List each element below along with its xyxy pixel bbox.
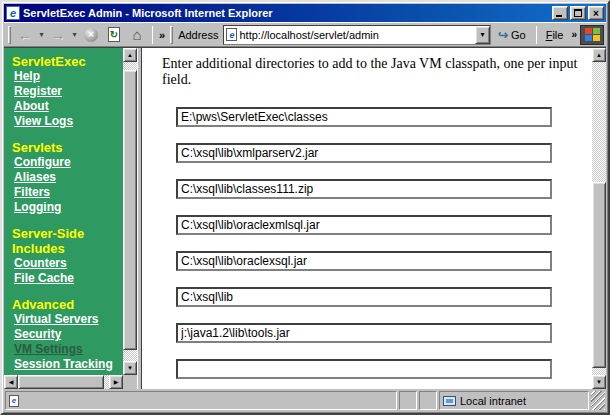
address-bar: e ▾: [223, 25, 490, 45]
window-title: ServletExec Admin - Microsoft Internet E…: [23, 7, 549, 19]
section-title: Servlets: [12, 140, 121, 155]
sidebar-item-virtual-servers[interactable]: Virtual Servers: [14, 312, 121, 327]
classpath-input-7[interactable]: [176, 323, 552, 343]
nav-section-servlets: Servlets Configure Aliases Filters Loggi…: [12, 140, 121, 215]
sidebar-item-configure[interactable]: Configure: [14, 155, 121, 170]
back-button[interactable]: ←: [14, 25, 36, 45]
sidebar-item-help[interactable]: Help: [14, 69, 121, 84]
sidebar-item-about[interactable]: About: [14, 99, 121, 114]
classpath-input-2[interactable]: [176, 143, 552, 163]
home-icon: ⌂: [132, 27, 141, 42]
sidebar-item-logging[interactable]: Logging: [14, 200, 121, 215]
logo-green-square: [593, 28, 600, 34]
minimize-icon: [556, 15, 562, 17]
main-vertical-scrollbar[interactable]: ▲ ▼: [592, 48, 606, 389]
intranet-zone-icon: [443, 396, 456, 406]
page-icon: e: [226, 28, 237, 41]
scrollbar-thumb[interactable]: [123, 70, 137, 350]
stop-button[interactable]: ✕: [80, 25, 102, 45]
refresh-icon: ↻: [108, 27, 120, 42]
toolbar: ← ▾ → ▾ ✕ ↻ ⌂ » Address e ▾ ↪ Go File »: [4, 22, 606, 47]
classpath-input-6[interactable]: [176, 287, 552, 307]
scrollbar-track[interactable]: [123, 62, 137, 361]
browser-window: e ServletExec Admin - Microsoft Internet…: [0, 0, 610, 415]
ie-logo-glyph: e: [10, 8, 16, 19]
toolbar-overflow-chevron[interactable]: »: [157, 29, 167, 41]
sidebar-item-register[interactable]: Register: [14, 84, 121, 99]
resize-grip[interactable]: [591, 391, 605, 410]
vm-settings-form: Enter additional directories to add to t…: [142, 48, 592, 389]
scroll-up-button[interactable]: ▲: [592, 48, 606, 62]
address-label: Address: [176, 29, 222, 41]
classpath-input-8[interactable]: [176, 359, 552, 379]
sidebar-item-vm-settings[interactable]: VM Settings: [14, 342, 121, 357]
document-icon: e: [9, 395, 19, 407]
stop-icon: ✕: [84, 28, 98, 42]
nav-section-servletexec: ServletExec Help Register About View Log…: [12, 54, 121, 129]
scrollbar-thumb[interactable]: [592, 182, 606, 368]
ie-logo-icon[interactable]: e: [6, 6, 20, 20]
back-icon: ←: [18, 28, 32, 42]
forward-button[interactable]: →: [47, 25, 69, 45]
frameset: ServletExec Help Register About View Log…: [4, 47, 606, 389]
sidebar-vertical-scrollbar[interactable]: ▲ ▼: [123, 48, 137, 375]
scrollbar-track[interactable]: [18, 375, 109, 389]
menu-overflow-chevron[interactable]: »: [569, 29, 579, 40]
back-dropdown[interactable]: ▾: [37, 30, 46, 39]
home-button[interactable]: ⌂: [126, 25, 148, 45]
scroll-right-button[interactable]: ▶: [109, 375, 123, 389]
toolbar-grip[interactable]: [8, 26, 11, 44]
address-input[interactable]: [239, 28, 472, 42]
nav-section-advanced: Advanced Virtual Servers Security VM Set…: [12, 297, 121, 372]
classpath-input-3[interactable]: [176, 179, 552, 199]
sidebar-item-session-tracking[interactable]: Session Tracking: [14, 357, 121, 372]
scroll-down-button[interactable]: ▼: [592, 375, 606, 389]
status-pane-1: [399, 391, 417, 410]
forward-dropdown[interactable]: ▾: [70, 30, 79, 39]
scroll-down-button[interactable]: ▼: [123, 361, 137, 375]
address-dropdown-button[interactable]: ▾: [475, 26, 490, 44]
go-button[interactable]: ↪ Go: [492, 25, 532, 45]
sidebar-frame: ServletExec Help Register About View Log…: [4, 48, 137, 389]
address-bar-grip[interactable]: [170, 26, 173, 44]
forward-icon: →: [51, 28, 65, 42]
toolbar-separator: [152, 26, 153, 44]
windows-logo-throbber: [580, 25, 604, 45]
scroll-up-button[interactable]: ▲: [123, 48, 137, 62]
sidebar-item-counters[interactable]: Counters: [14, 256, 121, 271]
go-label: Go: [511, 29, 526, 41]
logo-yellow-square: [593, 35, 600, 41]
close-button[interactable]: ×: [588, 6, 604, 20]
go-icon: ↪: [498, 28, 508, 42]
section-title: Server-Side Includes: [12, 226, 121, 256]
status-main-pane: e: [5, 391, 397, 410]
main-frame: Enter additional directories to add to t…: [142, 48, 606, 389]
refresh-button[interactable]: ↻: [103, 25, 125, 45]
sidebar-item-aliases[interactable]: Aliases: [14, 170, 121, 185]
security-zone-pane: Local intranet: [439, 391, 589, 410]
instruction-text: Enter additional directories to add to t…: [162, 56, 592, 88]
classpath-input-4[interactable]: [176, 215, 552, 235]
sidebar-nav: ServletExec Help Register About View Log…: [4, 48, 123, 375]
logo-blue-square: [585, 35, 592, 41]
sidebar-item-file-cache[interactable]: File Cache: [14, 271, 121, 286]
title-bar: e ServletExec Admin - Microsoft Internet…: [4, 4, 606, 22]
menu-separator: [536, 26, 537, 44]
sidebar-horizontal-scrollbar[interactable]: ◀ ▶: [4, 375, 123, 389]
menu-file[interactable]: File: [541, 29, 569, 41]
status-bar: e Local intranet: [4, 389, 606, 411]
scroll-left-button[interactable]: ◀: [4, 375, 18, 389]
sidebar-item-view-logs[interactable]: View Logs: [14, 114, 121, 129]
sidebar-item-filters[interactable]: Filters: [14, 185, 121, 200]
scrollbar-track[interactable]: [592, 62, 606, 375]
classpath-input-5[interactable]: [176, 251, 552, 271]
zone-label: Local intranet: [460, 395, 526, 407]
sidebar-item-security[interactable]: Security: [14, 327, 121, 342]
scrollbar-thumb[interactable]: [18, 375, 104, 389]
section-title: Advanced: [12, 297, 121, 312]
minimize-button[interactable]: [552, 6, 568, 20]
scrollbar-corner: [123, 375, 137, 389]
status-pane-2: [419, 391, 437, 410]
classpath-input-1[interactable]: [176, 107, 552, 127]
maximize-button[interactable]: [570, 6, 586, 20]
